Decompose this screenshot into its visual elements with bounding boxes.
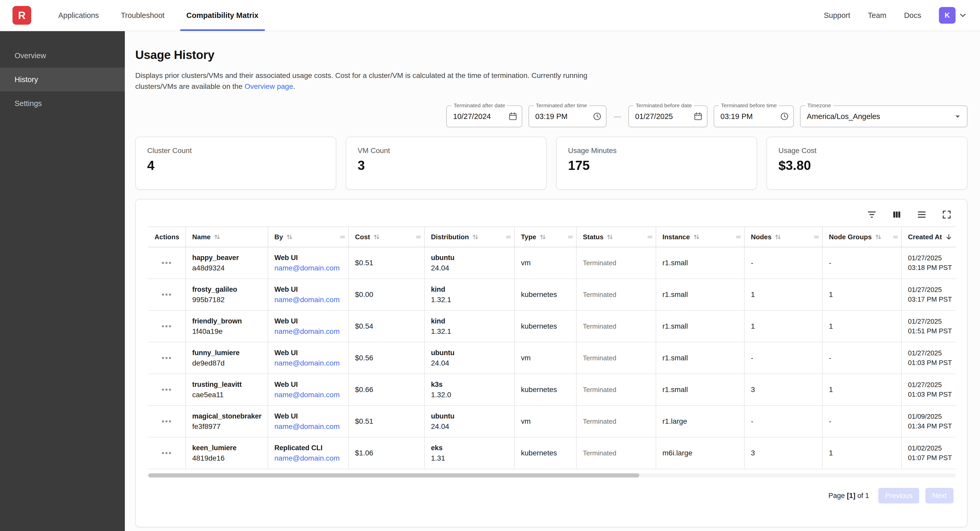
cell-by: Web UIname@domain.com (268, 342, 348, 374)
cluster-id: 995b7182 (192, 296, 264, 304)
timezone-select[interactable]: Timezone America/Los_Angeles (800, 105, 967, 127)
table-row[interactable]: •••friendly_brown1f40a19eWeb UIname@doma… (148, 311, 956, 342)
cell-type: vm (514, 342, 576, 374)
calendar-icon[interactable] (508, 112, 517, 121)
email-link[interactable]: name@domain.com (274, 422, 345, 431)
row-actions-button[interactable]: ••• (162, 353, 172, 362)
column-header-instance[interactable]: Instance (656, 227, 745, 247)
calendar-icon[interactable] (694, 112, 703, 121)
table-row[interactable]: •••funny_lumierede9ed87dWeb UIname@domai… (148, 342, 956, 374)
column-header-nodes[interactable]: Nodes (745, 227, 822, 247)
cell-instance: m6i.large (656, 437, 745, 469)
column-header-created_at[interactable]: Created At (902, 227, 956, 247)
sort-icon (775, 233, 781, 240)
replicated-logo[interactable]: R (13, 6, 31, 25)
email-link[interactable]: name@domain.com (274, 296, 345, 304)
column-menu-icon[interactable] (339, 233, 346, 241)
row-actions-button[interactable]: ••• (162, 258, 172, 267)
column-menu-icon[interactable] (415, 233, 422, 241)
row-actions-button[interactable]: ••• (162, 290, 172, 299)
main-content: Usage History Displays prior clusters/VM… (125, 31, 980, 531)
terminated-after-time-field[interactable]: Terminated after time 03:19 PM (528, 105, 606, 127)
email-link[interactable]: name@domain.com (274, 359, 345, 367)
row-actions-button[interactable]: ••• (162, 385, 172, 394)
row-actions-button[interactable]: ••• (162, 322, 172, 331)
column-header-by[interactable]: By (268, 227, 348, 247)
table-row[interactable]: •••magical_stonebrakerfe3f8977Web UIname… (148, 406, 956, 437)
table-row[interactable]: •••frosty_galileo995b7182Web UIname@doma… (148, 279, 956, 311)
cluster-id: a48d9324 (192, 264, 264, 272)
cell-distribution: k3s1.32.0 (425, 374, 514, 406)
sort-icon (606, 233, 613, 240)
next-page-button[interactable]: Next (925, 488, 953, 504)
cell-actions: ••• (148, 247, 186, 279)
nav-applications[interactable]: Applications (52, 0, 105, 31)
cell-actions: ••• (148, 374, 186, 406)
column-header-actions[interactable]: Actions (148, 227, 186, 247)
fullscreen-icon[interactable] (941, 209, 953, 220)
column-header-node_groups[interactable]: Node Groups (822, 227, 902, 247)
table-row[interactable]: •••trusting_leavittcae5ea11Web UIname@do… (148, 374, 956, 406)
terminated-after-date-field[interactable]: Terminated after date 10/27/2024 (446, 105, 522, 127)
table-row[interactable]: •••happy_beavera48d9324Web UIname@domain… (148, 247, 956, 279)
nav-docs[interactable]: Docs (904, 11, 921, 20)
horizontal-scrollbar[interactable] (148, 473, 956, 477)
email-link[interactable]: name@domain.com (274, 327, 345, 336)
email-link[interactable]: name@domain.com (274, 454, 345, 463)
clock-icon[interactable] (592, 112, 602, 121)
column-menu-icon[interactable] (735, 233, 742, 241)
sidebar-item-overview[interactable]: Overview (0, 44, 125, 68)
overview-page-link[interactable]: Overview page (245, 82, 293, 90)
row-actions-button[interactable]: ••• (162, 449, 172, 458)
field-value: America/Los_Angeles (807, 112, 880, 121)
row-actions-button[interactable]: ••• (162, 417, 172, 426)
scrollbar-thumb[interactable] (148, 473, 639, 477)
distribution-name: k3s (431, 380, 511, 388)
column-menu-icon[interactable] (646, 233, 654, 241)
sort-icon (373, 233, 380, 240)
terminated-before-date-field[interactable]: Terminated before date 01/27/2025 (628, 105, 708, 127)
previous-page-button[interactable]: Previous (878, 488, 919, 504)
page-prefix: Page (828, 492, 847, 499)
sidebar-item-history[interactable]: History (0, 68, 125, 92)
cell-node-groups: - (822, 342, 902, 374)
cell-distribution: ubuntu24.04 (425, 342, 514, 374)
cell-actions: ••• (148, 437, 186, 469)
dropdown-caret-icon[interactable] (953, 111, 963, 122)
created-by: Web UI (274, 380, 345, 388)
filter-icon[interactable] (866, 209, 878, 220)
cell-created-at: 01/27/202501:03 PM PST (902, 342, 956, 374)
column-menu-icon[interactable] (567, 233, 574, 241)
column-header-type[interactable]: Type (514, 227, 576, 247)
email-link[interactable]: name@domain.com (274, 264, 345, 272)
column-menu-icon[interactable] (813, 233, 820, 241)
account-menu[interactable]: K (939, 7, 967, 24)
column-header-cost[interactable]: Cost (348, 227, 425, 247)
sidebar: Overview History Settings (0, 31, 125, 531)
table-row[interactable]: •••keen_lumiere4819de16Replicated CLInam… (148, 437, 956, 469)
sidebar-item-settings[interactable]: Settings (0, 92, 125, 115)
cell-status: Terminated (576, 437, 656, 469)
nav-troubleshoot[interactable]: Troubleshoot (115, 0, 170, 31)
nav-support[interactable]: Support (824, 11, 850, 20)
avatar[interactable]: K (939, 7, 956, 24)
column-menu-icon[interactable] (505, 233, 512, 241)
column-header-status[interactable]: Status (576, 227, 656, 247)
column-menu-icon[interactable] (892, 233, 899, 241)
cluster-name: keen_lumiere (192, 444, 264, 452)
terminated-before-time-field[interactable]: Terminated before time 03:19 PM (714, 105, 794, 127)
email-link[interactable]: name@domain.com (274, 391, 345, 399)
page-title: Usage History (135, 48, 967, 62)
chevron-down-icon[interactable] (958, 11, 967, 20)
clock-icon[interactable] (780, 112, 789, 121)
distribution-version: 1.32.1 (431, 296, 511, 304)
column-header-name[interactable]: Name (186, 227, 268, 247)
nav-team[interactable]: Team (868, 11, 886, 20)
cell-nodes: 1 (745, 279, 822, 311)
columns-icon[interactable] (891, 209, 902, 220)
nav-compatibility-matrix[interactable]: Compatibility Matrix (180, 0, 265, 31)
column-header-distribution[interactable]: Distribution (425, 227, 514, 247)
cell-instance: r1.small (656, 279, 745, 311)
distribution-version: 1.31 (431, 454, 511, 463)
density-icon[interactable] (916, 209, 928, 220)
